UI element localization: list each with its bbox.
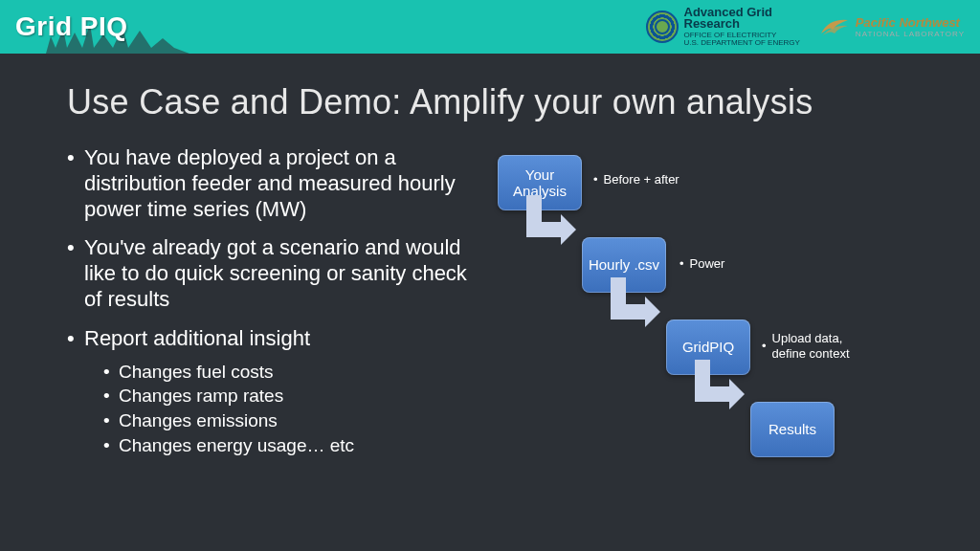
- elbow-arrow-icon: [687, 360, 745, 413]
- partner-badges: Advanced Grid Research OFFICE OF ELECTRI…: [646, 6, 966, 48]
- bullet-item: You've already got a scenario and would …: [67, 235, 469, 312]
- flow-caption: Power: [679, 256, 724, 272]
- pnnl-bird-icon: [819, 14, 850, 39]
- app-logo: Grid PIQ: [15, 11, 128, 42]
- agr-sub-2: U.S. DEPARTMENT OF ENERGY: [684, 39, 800, 48]
- sub-bullet-item: Changes ramp rates: [84, 384, 469, 408]
- badge-advanced-grid-research: Advanced Grid Research OFFICE OF ELECTRI…: [646, 6, 800, 48]
- page-title: Use Case and Demo: Amplify your own anal…: [67, 82, 913, 122]
- bullet-item: Report additional insight Changes fuel c…: [67, 326, 469, 457]
- flow-caption: Upload data, define context: [762, 331, 877, 363]
- badge-pnnl: Pacific Northwest NATIONAL LABORATORY: [819, 14, 965, 39]
- bullet-text: Report additional insight: [84, 326, 310, 350]
- bullet-list: You have deployed a project on a distrib…: [67, 145, 469, 457]
- header-bar: Grid PIQ Advanced Grid Research OFFICE O…: [0, 0, 980, 54]
- elbow-arrow-icon: [519, 195, 576, 249]
- flow-caption: Before + after: [593, 172, 679, 187]
- sub-bullet-item: Changes energy usage… etc: [84, 433, 469, 458]
- text-column: You have deployed a project on a distrib…: [67, 145, 469, 490]
- bullet-item: You have deployed a project on a distrib…: [67, 145, 469, 222]
- elbow-arrow-icon: [603, 277, 660, 331]
- pnnl-title: Pacific Northwest: [856, 15, 965, 30]
- slide-body: Use Case and Demo: Amplify your own anal…: [0, 54, 980, 509]
- doe-seal-icon: [646, 11, 679, 43]
- sub-bullet-list: Changes fuel costs Changes ramp rates Ch…: [84, 360, 469, 458]
- agr-title-2: Research: [684, 17, 800, 31]
- sub-bullet-item: Changes emissions: [84, 408, 469, 433]
- flow-node-results: Results: [750, 402, 835, 457]
- sub-bullet-item: Changes fuel costs: [84, 360, 469, 385]
- flow-diagram: Your Analysis Before + after Hourly .csv…: [488, 145, 913, 490]
- pnnl-sub: NATIONAL LABORATORY: [856, 30, 965, 38]
